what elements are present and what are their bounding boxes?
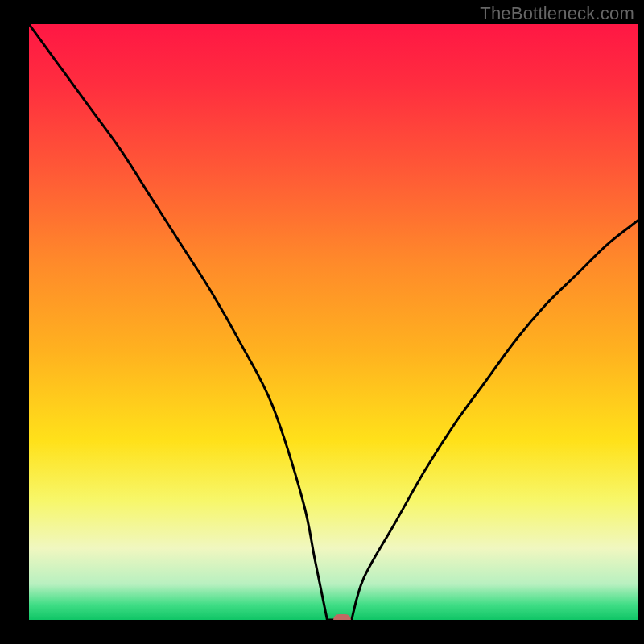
plot-area (29, 24, 638, 620)
watermark-text: TheBottleneck.com (480, 3, 634, 24)
chart-frame: TheBottleneck.com (0, 0, 644, 644)
plot-svg (29, 24, 638, 620)
optimal-point-marker (333, 614, 351, 620)
gradient-background (29, 24, 638, 620)
